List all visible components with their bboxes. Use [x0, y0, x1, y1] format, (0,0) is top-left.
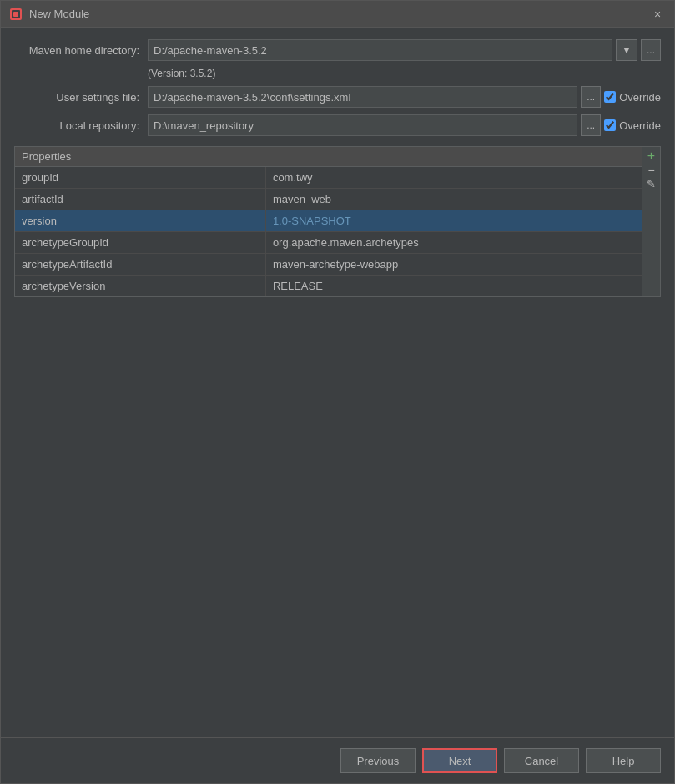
user-settings-input[interactable]	[148, 86, 577, 108]
property-value: maven-archetype-webapp	[265, 254, 642, 276]
property-key: archetypeVersion	[15, 276, 265, 297]
dialog-icon	[9, 8, 23, 21]
previous-button[interactable]: Previous	[340, 748, 416, 773]
table-row[interactable]: archetypeArtifactIdmaven-archetype-webap…	[15, 254, 642, 276]
edit-property-button[interactable]: ✎	[644, 177, 658, 191]
content-spacer	[14, 297, 661, 726]
properties-inner: Properties groupIdcom.twyartifactIdmaven…	[15, 147, 642, 296]
local-repo-override-container: Override	[604, 119, 661, 132]
maven-home-label: Maven home directory:	[14, 44, 148, 57]
local-repo-input[interactable]	[148, 114, 577, 136]
table-row[interactable]: artifactIdmaven_web	[15, 189, 642, 210]
local-repo-override-label: Override	[619, 119, 661, 132]
user-settings-override-checkbox[interactable]	[604, 91, 616, 103]
user-settings-field-container: ... Override	[148, 86, 661, 108]
maven-home-input[interactable]	[148, 39, 612, 61]
add-property-button[interactable]: +	[645, 149, 657, 164]
property-key: groupId	[15, 167, 265, 189]
property-value: RELEASE	[265, 276, 642, 297]
user-settings-label: User settings file:	[14, 91, 148, 104]
properties-section: Properties groupIdcom.twyartifactIdmaven…	[14, 146, 661, 297]
local-repo-browse-button[interactable]: ...	[581, 114, 601, 136]
properties-right-panel: + − ✎	[642, 147, 660, 296]
maven-home-dropdown-button[interactable]: ▼	[616, 39, 637, 61]
local-repo-label: Local repository:	[14, 119, 148, 132]
svg-rect-2	[13, 12, 18, 17]
properties-header: Properties	[15, 147, 642, 167]
help-button[interactable]: Help	[586, 748, 661, 773]
remove-property-button[interactable]: −	[645, 164, 657, 177]
table-row[interactable]: archetypeGroupIdorg.apache.maven.archety…	[15, 232, 642, 254]
user-settings-override-label: Override	[619, 91, 661, 104]
dialog-footer: Previous Next Cancel Help	[1, 737, 674, 783]
title-bar: New Module ×	[1, 1, 674, 28]
maven-home-row: Maven home directory: ▼ ...	[14, 39, 661, 61]
cancel-button[interactable]: Cancel	[504, 748, 579, 773]
maven-home-browse-button[interactable]: ...	[641, 39, 661, 61]
table-row[interactable]: version1.0-SNAPSHOT	[15, 210, 642, 232]
property-key: artifactId	[15, 189, 265, 210]
property-key: archetypeArtifactId	[15, 254, 265, 276]
table-row[interactable]: groupIdcom.twy	[15, 167, 642, 189]
property-value: 1.0-SNAPSHOT	[265, 210, 642, 232]
local-repo-field-container: ... Override	[148, 114, 661, 136]
property-value: com.twy	[265, 167, 642, 189]
close-button[interactable]: ×	[649, 6, 666, 23]
version-note: (Version: 3.5.2)	[148, 68, 661, 79]
table-row[interactable]: archetypeVersionRELEASE	[15, 276, 642, 297]
local-repo-override-checkbox[interactable]	[604, 119, 616, 131]
dialog-content: Maven home directory: ▼ ... (Version: 3.…	[1, 28, 674, 737]
dialog-title: New Module	[29, 8, 649, 20]
property-key: version	[15, 210, 265, 232]
properties-table: groupIdcom.twyartifactIdmaven_webversion…	[15, 167, 642, 296]
property-value: maven_web	[265, 189, 642, 210]
property-value: org.apache.maven.archetypes	[265, 232, 642, 254]
new-module-dialog: New Module × Maven home directory: ▼ ...…	[0, 0, 675, 784]
next-button[interactable]: Next	[422, 748, 497, 773]
local-repo-row: Local repository: ... Override	[14, 114, 661, 136]
next-label: Next	[449, 755, 471, 767]
user-settings-override-container: Override	[604, 91, 661, 104]
property-key: archetypeGroupId	[15, 232, 265, 254]
maven-home-field-container: ▼ ...	[148, 39, 661, 61]
user-settings-row: User settings file: ... Override	[14, 86, 661, 108]
user-settings-browse-button[interactable]: ...	[581, 86, 601, 108]
